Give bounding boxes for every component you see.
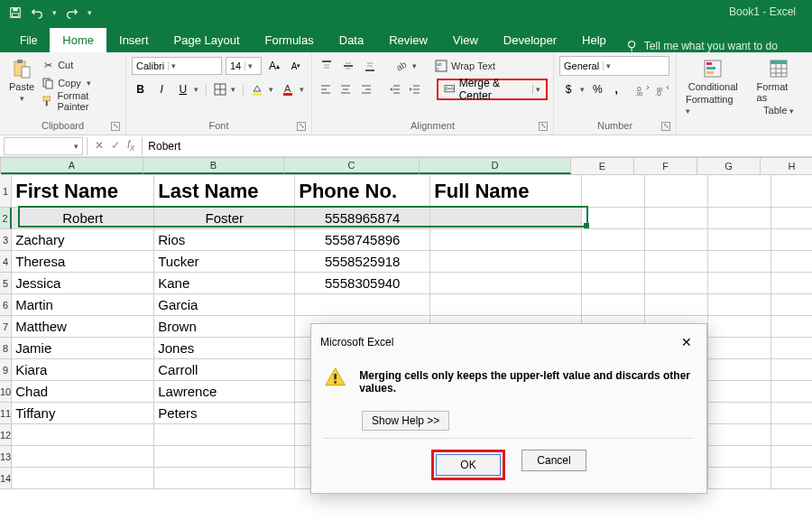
col-header-b[interactable]: B [143, 158, 284, 174]
fill-color-button[interactable] [248, 80, 266, 98]
cell[interactable] [708, 446, 771, 468]
cell[interactable]: Martin [12, 294, 154, 316]
cell[interactable] [708, 359, 771, 381]
cell[interactable]: 5558525918 [295, 251, 430, 273]
cell[interactable] [708, 273, 771, 294]
cell[interactable] [645, 208, 708, 229]
cell[interactable]: Last Name [154, 175, 295, 208]
merge-dropdown-icon[interactable]: ▾ [532, 85, 540, 94]
cell[interactable]: Full Name [430, 175, 582, 208]
cell[interactable] [12, 468, 154, 489]
row-header[interactable]: 8 [0, 338, 12, 359]
cell[interactable] [708, 338, 771, 359]
cell[interactable] [645, 251, 708, 273]
decrease-font-icon[interactable]: A▾ [287, 57, 305, 75]
cell[interactable]: Kiara [12, 359, 154, 381]
cell[interactable] [771, 381, 812, 403]
cell[interactable] [645, 175, 708, 208]
cell[interactable] [771, 446, 812, 468]
cell[interactable]: Jamie [12, 338, 154, 359]
col-header-a[interactable]: A [1, 158, 143, 174]
increase-indent-icon[interactable] [407, 80, 423, 98]
cell[interactable] [582, 229, 645, 251]
row-header[interactable]: 3 [0, 229, 12, 251]
borders-dropdown-icon[interactable]: ▾ [229, 85, 238, 94]
tab-view[interactable]: View [440, 28, 491, 52]
undo-icon[interactable] [31, 6, 43, 19]
cut-button[interactable]: ✂Cut [42, 56, 120, 74]
cell[interactable] [708, 294, 771, 316]
number-launcher-icon[interactable]: ⤡ [661, 122, 670, 131]
row-header[interactable]: 7 [0, 316, 12, 338]
dialog-close-button[interactable]: ✕ [676, 331, 697, 353]
italic-button[interactable]: I [152, 80, 170, 98]
align-middle-icon[interactable] [339, 57, 357, 75]
underline-dropdown-icon[interactable]: ▾ [192, 85, 201, 94]
row-header[interactable]: 6 [0, 294, 12, 316]
col-header-e[interactable]: E [571, 158, 634, 174]
borders-button[interactable] [211, 80, 229, 98]
cell[interactable]: 5558305940 [295, 273, 430, 294]
cell[interactable] [708, 316, 771, 338]
cell[interactable]: Carroll [154, 359, 295, 381]
align-bottom-icon[interactable] [361, 57, 379, 75]
name-box[interactable]: ▾ [4, 137, 83, 155]
decrease-indent-icon[interactable] [386, 80, 402, 98]
row-header[interactable]: 2 [0, 208, 12, 229]
row-header[interactable]: 11 [0, 403, 12, 424]
font-size-dropdown[interactable]: 14▾ [226, 57, 262, 75]
cell[interactable]: Kane [154, 273, 295, 294]
cell[interactable] [582, 273, 645, 294]
tab-home[interactable]: Home [50, 28, 106, 52]
cell[interactable] [708, 251, 771, 273]
align-top-icon[interactable] [318, 57, 336, 75]
accounting-dropdown-icon[interactable]: ▾ [577, 85, 586, 94]
cell[interactable] [645, 229, 708, 251]
align-left-icon[interactable] [318, 80, 334, 98]
col-header-g[interactable]: G [697, 158, 761, 174]
cell[interactable]: Foster [154, 208, 295, 229]
cell[interactable] [708, 424, 771, 446]
cell[interactable] [771, 273, 812, 294]
bold-button[interactable]: B [132, 80, 149, 98]
cell[interactable] [708, 468, 771, 489]
tab-page-layout[interactable]: Page Layout [161, 28, 253, 52]
redo-icon[interactable] [66, 6, 78, 19]
cell[interactable] [771, 359, 812, 381]
cell[interactable]: Jones [154, 338, 295, 359]
cell[interactable]: Theresa [12, 251, 154, 273]
cell[interactable] [154, 446, 295, 468]
font-color-dropdown-icon[interactable]: ▾ [297, 85, 306, 94]
cell[interactable] [771, 175, 812, 208]
cell[interactable]: Chad [12, 381, 154, 403]
row-header[interactable]: 14 [0, 468, 12, 489]
row-header[interactable]: 9 [0, 359, 12, 381]
cell[interactable]: Zachary [12, 229, 154, 251]
cell[interactable] [154, 468, 295, 489]
decrease-decimal-icon[interactable]: .00.0 [654, 80, 670, 98]
cell[interactable]: 5558745896 [295, 229, 430, 251]
fx-icon[interactable]: fx [127, 138, 134, 153]
cell[interactable] [771, 208, 812, 229]
cell[interactable] [430, 251, 582, 273]
clipboard-launcher-icon[interactable]: ⤡ [111, 122, 120, 131]
save-icon[interactable] [9, 6, 22, 19]
tab-formulas[interactable]: Formulas [253, 28, 327, 52]
cell[interactable]: Brown [154, 316, 295, 338]
number-format-dropdown[interactable]: General▾ [559, 56, 669, 76]
cell[interactable]: Rios [154, 229, 295, 251]
cell[interactable]: Tucker [154, 251, 295, 273]
cell[interactable] [708, 229, 771, 251]
cell[interactable] [582, 294, 645, 316]
cell[interactable] [771, 424, 812, 446]
cell[interactable] [771, 316, 812, 338]
format-painter-button[interactable]: Format Painter [42, 92, 120, 110]
cell[interactable] [771, 468, 812, 489]
undo-dropdown-icon[interactable]: ▾ [52, 8, 57, 17]
tab-insert[interactable]: Insert [106, 28, 161, 52]
cell[interactable] [771, 251, 812, 273]
wrap-text-button[interactable]: abcWrap Text [435, 57, 495, 75]
col-header-c[interactable]: C [284, 158, 420, 174]
row-header[interactable]: 4 [0, 251, 12, 273]
cell[interactable] [430, 294, 582, 316]
